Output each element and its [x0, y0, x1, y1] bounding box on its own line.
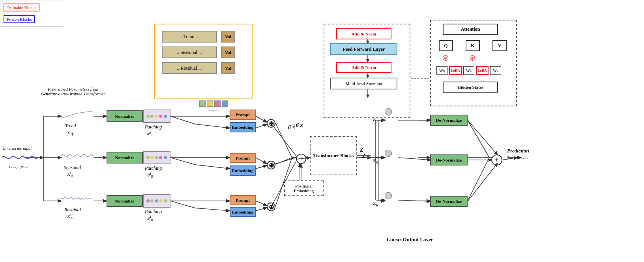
arrows-layer	[0, 0, 644, 262]
patching-t	[143, 110, 170, 123]
time-series-wave	[2, 152, 37, 164]
frozen-legend: Frozen Blocks	[4, 15, 35, 23]
plus-k: ⊕	[470, 55, 475, 61]
svg-point-56	[164, 115, 167, 118]
svg-text:Z: Z	[359, 147, 363, 153]
pretrained-note: Pre-trained Parameters from Generative P…	[39, 87, 107, 96]
embedding-r: Embedding	[230, 207, 256, 217]
q-box: Q	[439, 40, 453, 51]
residual-wave	[61, 193, 93, 205]
svg-line-20	[195, 208, 230, 211]
svg-line-27	[275, 123, 292, 158]
svg-line-24	[256, 165, 267, 169]
svg-point-62	[146, 199, 150, 203]
linear-output-label: Linear Output Layer	[387, 236, 433, 243]
prompt-s: Prompt	[230, 153, 256, 163]
normalize-t: Normalize	[107, 110, 143, 122]
lora-k: LoRA	[476, 66, 489, 75]
svg-line-10	[195, 124, 230, 128]
attention-box: Attention	[443, 24, 498, 35]
svg-point-54	[155, 115, 158, 118]
val-trend: Val	[221, 31, 235, 43]
svg-point-60	[159, 156, 162, 159]
svg-line-71	[468, 120, 497, 154]
transformer-detail: Add & Norm Feed Forward Layer Add & Norm…	[324, 24, 410, 118]
patch-t-label: 𝒫iT	[147, 130, 153, 137]
patch-s-label: 𝒫iS	[147, 171, 153, 178]
seasonal-prompt-box: ...Seasonal ...	[162, 46, 217, 58]
hidden-states-box: Hidden States	[443, 82, 498, 93]
x-input-label: xᵢₜ₋ₖ,...,xᵢₜ₋₁	[1, 165, 36, 169]
patch-r-label: 𝒫iR	[147, 215, 154, 222]
svg-line-28	[275, 158, 292, 164]
zt-label: ZT	[373, 116, 378, 123]
svg-line-15	[195, 165, 230, 169]
svg-line-88	[271, 123, 296, 156]
svg-point-66	[164, 199, 167, 203]
color-patches	[199, 100, 228, 107]
seasonal-wave	[61, 150, 93, 162]
positional-embedding: Positional Embedding	[284, 180, 324, 196]
embedding-s: Embedding	[230, 165, 256, 176]
svg-line-26	[256, 208, 267, 211]
combine-plus: +	[296, 154, 306, 164]
svg-line-19	[170, 201, 195, 208]
denorm-r: De-Normalize	[430, 196, 468, 207]
svg-point-65	[159, 199, 162, 203]
residual-label: Residual	[64, 207, 81, 213]
denorm-s: De-Normalize	[430, 154, 468, 165]
svg-line-22	[256, 124, 267, 128]
val-seasonal: Val	[221, 46, 235, 58]
wv-box: Wv	[490, 66, 501, 75]
normalize-r: Normalize	[107, 195, 143, 207]
x-trend-label: XiT	[67, 129, 73, 136]
svg-line-44	[468, 158, 489, 201]
six-x-label: 6 x	[296, 122, 303, 128]
zs-label: ZS	[373, 158, 378, 165]
zr-label: ZR	[373, 200, 378, 207]
v-box: V	[492, 40, 507, 51]
z-label: Z	[362, 153, 366, 159]
transformer-blocks: Transformer Blocks	[310, 136, 357, 175]
svg-line-25	[256, 201, 267, 206]
prompt-r: Prompt	[230, 195, 256, 205]
svg-line-14	[170, 158, 195, 165]
svg-line-73	[468, 164, 497, 201]
plus-s: ⊕	[267, 161, 275, 169]
wk-box: Wk	[463, 66, 474, 75]
legend: Trainable Blocks Frozen Blocks	[0, 0, 63, 27]
plus-t: ⊕	[267, 119, 275, 128]
normalize-s: Normalize	[107, 152, 143, 164]
svg-point-64	[155, 199, 158, 203]
patching-t-label: Patching	[145, 124, 162, 130]
svg-line-42	[468, 120, 489, 158]
prompt-t: Prompt	[230, 110, 256, 120]
zr-circle-4	[385, 192, 392, 199]
lora-q: LoRA	[449, 66, 462, 75]
main-diagram: Trainable Blocks Frozen Blocks Pre-train…	[0, 0, 644, 262]
svg-line-9	[170, 116, 195, 124]
svg-line-82	[398, 158, 430, 160]
zs-circle-4	[385, 150, 392, 157]
val-residual: Val	[221, 62, 235, 74]
svg-point-58	[150, 156, 154, 159]
patching-s-label: Patching	[145, 165, 162, 171]
svg-point-52	[146, 115, 150, 118]
trainable-legend: Trainable Blocks	[4, 4, 39, 11]
svg-point-57	[146, 156, 150, 159]
x-residual-label: XiR	[67, 213, 74, 220]
residual-prompt-box: ...Residual ...	[162, 62, 217, 74]
prediction-group: Prediction x̂ᵢₜ,...,x̂ᵢₜ₊ₕ₋₁	[507, 148, 529, 160]
final-arrows: Z 6 ×	[0, 0, 644, 262]
plus-r: ⊕	[267, 203, 275, 211]
wq-box: Wq	[436, 66, 447, 75]
embedding-t: Embedding	[230, 122, 256, 132]
final-plus: +	[491, 154, 502, 165]
svg-point-61	[164, 156, 167, 159]
svg-point-63	[150, 199, 154, 203]
svg-text:6 ×: 6 ×	[288, 124, 296, 130]
zt-circle-4	[385, 108, 392, 115]
time-series-input-label: time series input	[2, 146, 33, 151]
trend-wave	[61, 110, 93, 121]
denorm-t: De-Normalize	[430, 115, 468, 126]
